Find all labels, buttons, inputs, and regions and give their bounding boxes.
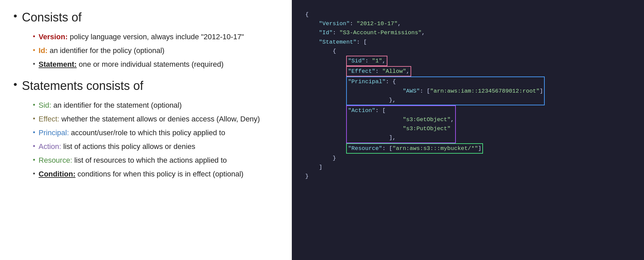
json-open-brace: {: [305, 10, 631, 19]
bullet-dot-principal: •: [33, 127, 35, 137]
bullet-dot-effect: •: [33, 113, 35, 123]
json-obj-close: }: [305, 154, 631, 163]
json-id: "Id": "S3-Account-Permissions",: [305, 28, 631, 37]
list-item: • Action: list of actions this policy al…: [33, 141, 278, 152]
list-item: • Statement: one or more individual stat…: [33, 59, 278, 70]
effect-label: Effect:: [39, 115, 59, 123]
resource-label: Resource:: [39, 156, 72, 164]
heading2-bullet: • Statements consists of: [13, 79, 278, 93]
id-text: Id: an identifier for the policy (option…: [39, 45, 164, 56]
heading2-text: Statements consists of: [22, 79, 143, 93]
sub-list-1: • Version: policy language version, alwa…: [33, 31, 278, 72]
left-panel: • Consists of • Version: policy language…: [0, 0, 292, 260]
json-array-close: ]: [305, 163, 631, 172]
resource-text: Resource: list of resources to which the…: [39, 155, 227, 166]
heading1-text: Consists of: [22, 10, 82, 24]
statement-text: Statement: one or more individual statem…: [39, 59, 223, 70]
json-effect: "Effect": "Allow",: [305, 66, 631, 76]
json-version: "Version": "2012-10-17",: [305, 19, 631, 28]
bullet-dot-version: •: [33, 31, 35, 41]
list-item: • Id: an identifier for the policy (opti…: [33, 45, 278, 56]
list-item: • Effect: whether the statement allows o…: [33, 113, 278, 124]
heading2-dot: •: [13, 79, 17, 90]
heading1-bullet: • Consists of: [13, 10, 278, 24]
action-text: Action: list of actions this policy allo…: [39, 141, 195, 152]
effect-text: Effect: whether the statement allows or …: [39, 113, 260, 124]
id-label: Id:: [39, 46, 48, 55]
list-item: • Resource: list of resources to which t…: [33, 155, 278, 166]
condition-label: Condition:: [39, 170, 75, 178]
json-action-start: "Action": [ "s3:GetObject", "s3:PutObjec…: [305, 105, 631, 143]
json-statement-key: "Statement": [: [305, 38, 631, 47]
bullet-dot-id: •: [33, 45, 35, 55]
json-resource: "Resource": ["arn:aws:s3:::mybucket/*"]: [305, 143, 631, 154]
list-item: • Condition: conditions for when this po…: [33, 168, 278, 179]
bullet-dot-statement: •: [33, 59, 35, 69]
json-obj-open: {: [305, 47, 631, 56]
statement-label: Statement:: [39, 60, 77, 68]
principal-label: Principal:: [39, 128, 69, 137]
bullet-dot-action: •: [33, 141, 35, 151]
condition-text: Condition: conditions for when this poli…: [39, 168, 244, 179]
version-text: Version: policy language version, always…: [39, 31, 244, 42]
json-sid: "Sid": "1",: [305, 56, 631, 66]
bullet-dot-sid: •: [33, 100, 35, 110]
sid-label: Sid:: [39, 101, 51, 109]
json-principal-start: "Principal": { "AWS": ["arn:aws:iam::123…: [305, 76, 631, 105]
action-label: Action:: [39, 142, 61, 151]
principal-text: Principal: account/user/role to which th…: [39, 127, 225, 138]
bullet-dot-condition: •: [33, 168, 35, 178]
sid-text: Sid: an identifier for the statement (op…: [39, 100, 182, 111]
json-close-brace: }: [305, 172, 631, 181]
list-item: • Sid: an identifier for the statement (…: [33, 100, 278, 111]
list-item: • Principal: account/user/role to which …: [33, 127, 278, 138]
list-item: • Version: policy language version, alwa…: [33, 31, 278, 42]
heading1-dot: •: [13, 10, 17, 22]
bullet-dot-resource: •: [33, 155, 35, 165]
json-panel: { "Version": "2012-10-17", "Id": "S3-Acc…: [292, 0, 644, 260]
version-label: Version:: [39, 33, 68, 41]
sub-list-2: • Sid: an identifier for the statement (…: [33, 100, 278, 182]
